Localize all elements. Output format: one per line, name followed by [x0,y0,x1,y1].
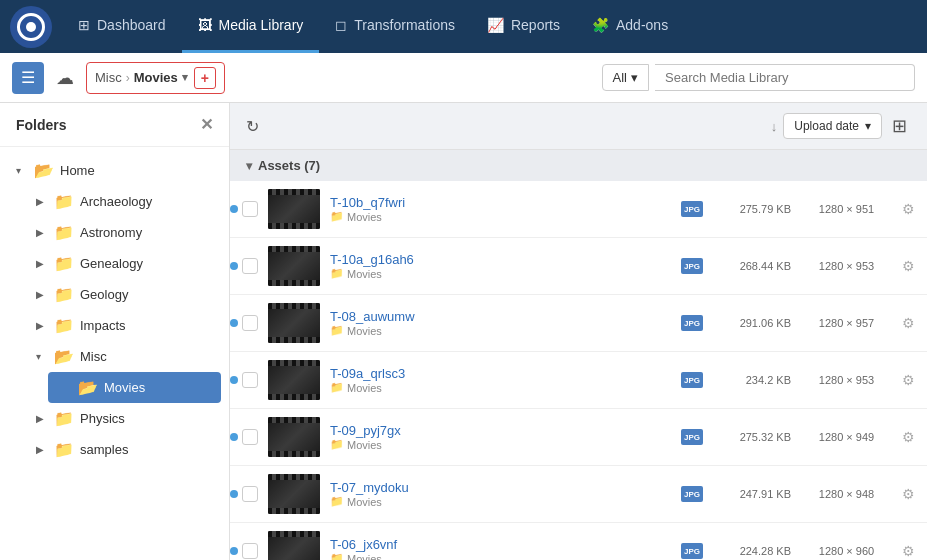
asset-size: 275.32 KB [721,431,791,443]
asset-actions-icon[interactable]: ⚙ [902,201,915,217]
misc-folder-icon: 📂 [54,347,74,366]
sidebar-item-geology[interactable]: ▶ 📁 Geology [20,279,229,310]
asset-name[interactable]: T-08_auwumw [330,309,671,324]
asset-actions-icon[interactable]: ⚙ [902,258,915,274]
asset-thumbnail [268,246,320,286]
top-nav: ⊞ Dashboard 🖼 Media Library ◻ Transforma… [0,0,927,53]
impacts-folder-icon: 📁 [54,316,74,335]
table-row: T-07_mydoku 📁 Movies JPG 247.91 KB 1280 … [230,466,927,523]
asset-type: JPG [681,543,703,559]
asset-name[interactable]: T-09a_qrlsc3 [330,366,671,381]
asset-name[interactable]: T-10a_g16ah6 [330,252,671,267]
breadcrumb-dropdown-icon[interactable]: ▾ [182,71,188,84]
sidebar-item-samples-label: samples [80,442,128,457]
nav-transformations[interactable]: ◻ Transformations [319,0,471,53]
sidebar-item-genealogy[interactable]: ▶ 📁 Genealogy [20,248,229,279]
dashboard-icon: ⊞ [78,17,90,33]
asset-name[interactable]: T-07_mydoku [330,480,671,495]
sidebar-close-button[interactable]: ✕ [200,115,213,134]
jpg-icon: JPG [681,372,703,388]
view-toggle-button[interactable]: ⊞ [888,111,911,141]
home-toggle-icon: ▾ [16,165,28,176]
media-library-icon: 🖼 [198,17,212,33]
breadcrumb-add-button[interactable]: + [194,67,216,89]
asset-thumbnail [268,474,320,514]
search-input[interactable] [665,70,904,85]
asset-checkbox[interactable] [242,372,258,388]
asset-thumbnail [268,531,320,560]
nav-media-library[interactable]: 🖼 Media Library [182,0,320,53]
asset-folder: 📁 Movies [330,495,671,508]
sidebar-header: Folders ✕ [0,103,229,147]
asset-actions-icon[interactable]: ⚙ [902,543,915,559]
search-area: All ▾ [602,64,915,91]
asset-checkbox[interactable] [242,315,258,331]
asset-size: 268.44 KB [721,260,791,272]
nav-addons[interactable]: 🧩 Add-ons [576,0,684,53]
assets-label: Assets (7) [258,158,320,173]
asset-meta: JPG 275.32 KB 1280 × 949 ⚙ [681,429,915,445]
asset-dims: 1280 × 953 [809,260,884,272]
asset-thumbnail [268,189,320,229]
asset-name[interactable]: T-06_jx6vnf [330,537,671,552]
cloud-button[interactable]: ☁ [52,63,78,93]
asset-folder: 📁 Movies [330,267,671,280]
sidebar-item-movies[interactable]: 📂 Movies [48,372,221,403]
asset-size: 234.2 KB [721,374,791,386]
asset-actions-icon[interactable]: ⚙ [902,372,915,388]
hamburger-button[interactable]: ☰ [12,62,44,94]
asset-info: T-09a_qrlsc3 📁 Movies [330,366,671,394]
asset-info: T-09_pyj7gx 📁 Movies [330,423,671,451]
asset-actions-icon[interactable]: ⚙ [902,486,915,502]
new-indicator [230,205,238,213]
logo[interactable] [10,6,52,48]
misc-toggle: ▾ [36,351,48,362]
assets-toggle-icon[interactable]: ▾ [246,159,252,173]
asset-checkbox[interactable] [242,486,258,502]
asset-actions-icon[interactable]: ⚙ [902,315,915,331]
nav-dashboard[interactable]: ⊞ Dashboard [62,0,182,53]
astronomy-folder-icon: 📁 [54,223,74,242]
asset-info: T-07_mydoku 📁 Movies [330,480,671,508]
asset-name[interactable]: T-09_pyj7gx [330,423,671,438]
breadcrumb-parent[interactable]: Misc [95,70,122,85]
asset-size: 247.91 KB [721,488,791,500]
asset-folder: 📁 Movies [330,324,671,337]
sidebar-item-home[interactable]: ▾ 📂 Home [0,155,229,186]
sidebar-item-physics[interactable]: ▶ 📁 Physics [20,403,229,434]
asset-checkbox[interactable] [242,429,258,445]
genealogy-folder-icon: 📁 [54,254,74,273]
nav-reports[interactable]: 📈 Reports [471,0,576,53]
asset-meta: JPG 234.2 KB 1280 × 953 ⚙ [681,372,915,388]
asset-checkbox[interactable] [242,543,258,559]
asset-meta: JPG 247.91 KB 1280 × 948 ⚙ [681,486,915,502]
jpg-icon: JPG [681,486,703,502]
asset-thumbnail [268,417,320,457]
refresh-button[interactable]: ↻ [246,117,259,136]
archaeology-toggle: ▶ [36,196,48,207]
sidebar-item-impacts[interactable]: ▶ 📁 Impacts [20,310,229,341]
search-filter[interactable]: All ▾ [602,64,649,91]
sidebar-item-misc-label: Misc [80,349,107,364]
asset-list: T-10b_q7fwri 📁 Movies JPG JPG 275.79 KB … [230,181,927,560]
sidebar-item-archaeology[interactable]: ▶ 📁 Archaeology [20,186,229,217]
archaeology-folder-icon: 📁 [54,192,74,211]
sidebar-item-physics-label: Physics [80,411,125,426]
sidebar-item-samples[interactable]: ▶ 📁 samples [20,434,229,465]
table-row: T-10a_g16ah6 📁 Movies JPG 268.44 KB 1280… [230,238,927,295]
asset-dims: 1280 × 960 [809,545,884,557]
sort-button[interactable]: Upload date ▾ [783,113,882,139]
asset-folder: 📁 Movies [330,210,671,223]
asset-name[interactable]: T-10b_q7fwri [330,195,671,210]
toolbar: ☰ ☁ Misc › Movies ▾ + All ▾ [0,53,927,103]
asset-actions-icon[interactable]: ⚙ [902,429,915,445]
physics-folder-icon: 📁 [54,409,74,428]
sidebar-item-home-label: Home [60,163,95,178]
sidebar-item-misc[interactable]: ▾ 📂 Misc [20,341,229,372]
movies-folder-icon: 📂 [78,378,98,397]
asset-dims: 1280 × 957 [809,317,884,329]
sidebar-item-astronomy[interactable]: ▶ 📁 Astronomy [20,217,229,248]
asset-checkbox[interactable] [242,258,258,274]
asset-checkbox[interactable] [242,201,258,217]
main-layout: Folders ✕ ▾ 📂 Home ▶ 📁 Archaeology ▶ 📁 [0,103,927,560]
